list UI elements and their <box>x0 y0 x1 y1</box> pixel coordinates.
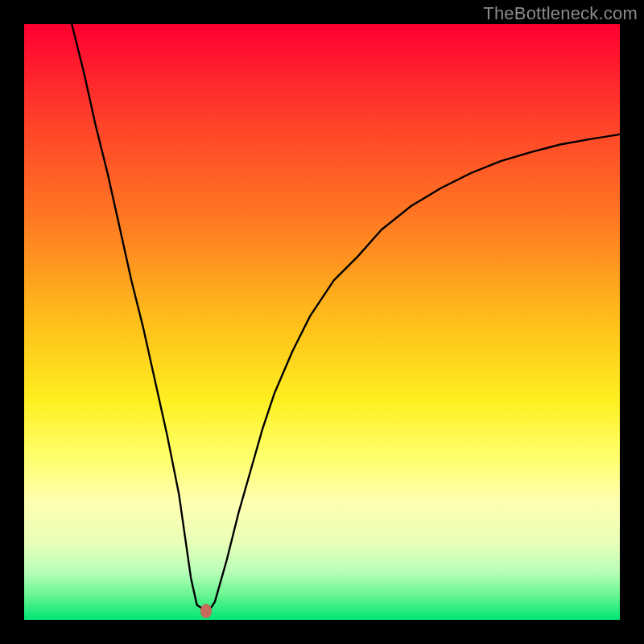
plot-area <box>24 24 620 620</box>
watermark-label: TheBottleneck.com <box>483 3 638 24</box>
bottleneck-curve <box>24 24 620 620</box>
chart-frame: TheBottleneck.com <box>0 0 644 644</box>
optimal-point-marker <box>200 604 212 618</box>
